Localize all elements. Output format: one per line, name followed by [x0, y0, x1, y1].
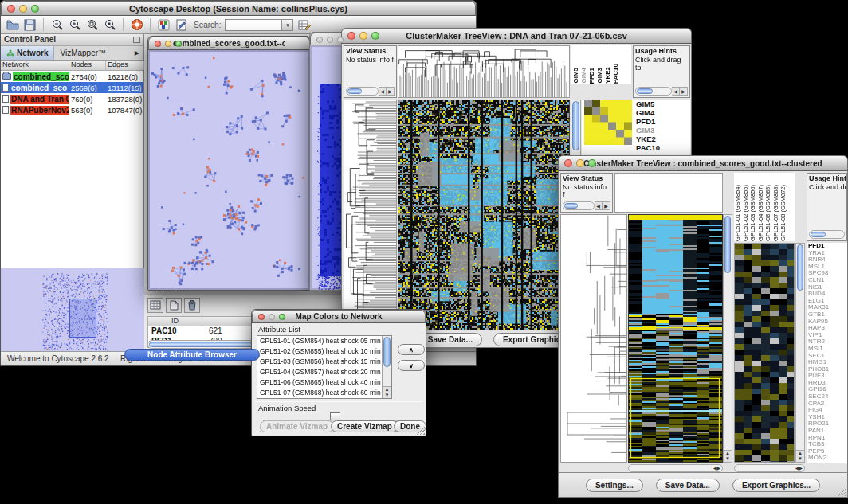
zoom-button[interactable]	[279, 314, 285, 320]
treeview2-button[interactable]: Save Data...	[656, 479, 720, 492]
minimize-button[interactable]	[165, 41, 171, 47]
column-label[interactable]: GIM5	[572, 68, 579, 84]
expression-heatmap[interactable]	[629, 215, 722, 462]
column-label[interactable]: GPL51-08 (GSM872)	[779, 185, 787, 241]
zoom-fit-icon[interactable]	[85, 18, 99, 32]
column-label[interactable]: YKE2	[604, 67, 611, 84]
heatmap-vscrollbar[interactable]: ▲▼	[723, 214, 732, 463]
open-folder-icon[interactable]	[6, 18, 19, 32]
delete-attribute-trash-icon[interactable]	[184, 298, 200, 313]
gene-label[interactable]: MON2	[808, 455, 847, 462]
network-graph-canvas[interactable]	[150, 52, 310, 290]
treeview2-button[interactable]: Settings...	[586, 479, 643, 492]
gene-label[interactable]: GIM5	[636, 100, 687, 108]
close-button[interactable]	[7, 5, 15, 13]
close-button[interactable]	[316, 37, 323, 43]
animate-vizmap-button[interactable]: Animate Vizmap	[260, 420, 334, 432]
network-window-titlebar[interactable]: combined_scores_good.txt--cluste...	[148, 37, 310, 50]
attribute-list-item[interactable]: GPL51-04 (GSM857) heat shock 20 min	[257, 367, 391, 377]
close-button[interactable]	[258, 314, 265, 320]
node-attribute-browser-tab[interactable]: Node Attribute Browser	[124, 349, 260, 361]
attribute-list-item[interactable]: GPL51-03 (GSM856) heat shock 15 min	[257, 357, 391, 367]
vizmapper-palette-icon[interactable]	[157, 18, 171, 32]
zoom-selected-icon[interactable]	[103, 18, 116, 32]
float-panel-icon[interactable]	[133, 37, 140, 43]
zoom-button[interactable]	[371, 32, 379, 40]
treeview2-button[interactable]: Export Graphics...	[732, 479, 820, 492]
row-dendrogram[interactable]	[344, 100, 396, 330]
close-button[interactable]	[155, 41, 161, 47]
minimize-button[interactable]	[327, 37, 333, 43]
column-label[interactable]: GPL51-06 (GSM865)	[764, 185, 772, 241]
column-dendrogram[interactable]	[398, 46, 569, 97]
network-list-row[interactable]: DNA and Tran 07 769(0) 183728(0)	[1, 93, 143, 104]
correlation-matrix-thumbnail[interactable]	[584, 100, 632, 145]
network-table-header[interactable]: Network Nodes Edges	[1, 61, 143, 71]
minimize-button[interactable]	[19, 5, 27, 13]
tab-overflow-arrow[interactable]: ▶	[131, 48, 143, 58]
select-attributes-icon[interactable]	[147, 298, 163, 313]
dialog-titlebar[interactable]: Map Colors to Network	[252, 310, 426, 323]
attribute-list-item[interactable]: GPL51-02 (GSM855) heat shock 10 min	[257, 346, 391, 357]
column-label[interactable]: GPL51-04 (GSM857)	[757, 185, 765, 241]
zoom-button[interactable]	[588, 159, 596, 167]
usage-hints-scrollbar[interactable]	[809, 230, 845, 239]
network-list-row[interactable]: RNAPuberNov2+ 563(0) 107847(0)	[1, 104, 143, 115]
expression-heatmap[interactable]	[398, 100, 569, 330]
tab-vizmapper[interactable]: VizMapper™	[54, 46, 112, 60]
column-label[interactable]: PAC10	[612, 64, 619, 84]
annotation-document-icon[interactable]	[175, 18, 188, 32]
zoom-button[interactable]	[175, 41, 182, 47]
attribute-list-item[interactable]: GPL51-06 (GSM865) heat shock 40 min	[257, 377, 391, 388]
search-input[interactable]	[225, 19, 282, 31]
close-button[interactable]	[347, 32, 355, 40]
zoom-out-icon[interactable]	[50, 18, 64, 32]
zoom-heatmap-hscrollbar[interactable]: ◀▶	[734, 464, 805, 472]
tab-network[interactable]: Network	[1, 46, 54, 60]
minimize-button[interactable]	[269, 314, 275, 320]
zoom-button[interactable]	[31, 5, 39, 13]
help-lifebuoy-icon[interactable]	[130, 18, 143, 32]
zoom-heatmap-vscrollbar[interactable]: ▲▼	[795, 243, 805, 463]
gene-label[interactable]: PFD1	[636, 117, 687, 126]
move-down-button[interactable]: ∨	[398, 360, 425, 371]
zoom-in-icon[interactable]	[68, 18, 81, 32]
move-up-button[interactable]: ∧	[398, 344, 425, 355]
birds-eye-view[interactable]	[1, 268, 143, 351]
column-label[interactable]: GPL51-01 (GSM854)	[734, 185, 742, 241]
gene-label[interactable]: GIM4	[636, 108, 687, 117]
zoom-button[interactable]	[337, 37, 344, 43]
column-label[interactable]: GPL51-02 (GSM855)	[742, 185, 750, 241]
new-attribute-icon[interactable]	[166, 298, 182, 313]
attribute-list-scrollbar[interactable]: ▲▼	[382, 336, 391, 398]
attribute-list-item[interactable]: GPL51-01 (GSM854) heat shock 05 min	[257, 336, 391, 346]
zoom-heatmap[interactable]	[735, 244, 794, 462]
row-dendrogram[interactable]	[561, 215, 626, 462]
treeview2-titlebar[interactable]: ClusterMaker TreeView : combined_scores_…	[558, 155, 848, 171]
main-titlebar[interactable]: Cytoscape Desktop (Session Name: collins…	[1, 1, 476, 16]
view-status-scrollbar[interactable]: ◀▶	[563, 201, 610, 210]
column-label[interactable]: GIM3	[596, 68, 603, 84]
usage-hints-scrollbar[interactable]: ◀▶	[635, 87, 688, 96]
column-label[interactable]: GPL51-07 (GSM868)	[772, 185, 780, 241]
import-table-icon[interactable]	[297, 18, 311, 32]
view-status-scrollbar[interactable]: ◀▶	[346, 87, 395, 96]
minimize-button[interactable]	[359, 32, 367, 40]
column-label[interactable]: GPL51-03 (GSM856)	[749, 185, 757, 241]
create-vizmap-button[interactable]: Create Vizmap	[331, 420, 398, 432]
column-label[interactable]: GIM4	[580, 68, 587, 84]
network-overview-panel[interactable]	[1, 268, 144, 351]
treeview1-titlebar[interactable]: ClusterMaker TreeView : DNA and Tran 07-…	[341, 28, 692, 44]
attribute-list-item[interactable]: GPL51-07 (GSM868) heat shock 60 min	[257, 388, 391, 398]
heatmap-hscrollbar[interactable]: ◀▶	[628, 464, 723, 472]
gene-label[interactable]: YKE2	[636, 135, 687, 143]
gene-label[interactable]: GIM3	[636, 126, 687, 135]
search-dropdown-arrow[interactable]: ▼	[282, 19, 293, 31]
network-list-row[interactable]: combined_scores 2764(0) 16218(0)	[1, 71, 143, 82]
column-label[interactable]: PFD1	[588, 68, 595, 84]
network-list-row[interactable]: combined_sco 2569(6) 13112(15)	[1, 82, 143, 93]
minimize-button[interactable]	[576, 159, 584, 167]
treeview1-button[interactable]: Save Data...	[418, 333, 482, 346]
save-session-icon[interactable]	[23, 18, 37, 32]
gene-label[interactable]: PAC10	[636, 143, 687, 152]
